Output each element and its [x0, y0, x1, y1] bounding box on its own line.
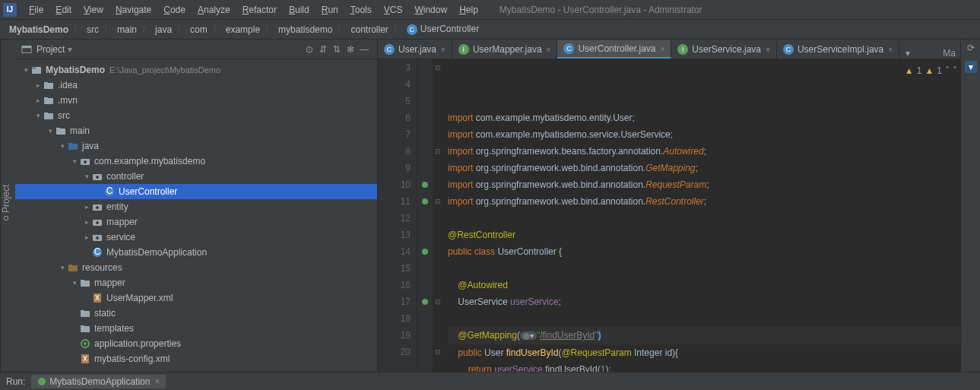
tree-arrow-icon[interactable]: ▾: [33, 112, 43, 119]
tree-item-entity[interactable]: ▸ entity: [15, 199, 377, 214]
menu-run[interactable]: Run: [316, 5, 344, 15]
menu-view[interactable]: View: [78, 5, 109, 15]
tree-item-usercontroller[interactable]: C UserController: [15, 184, 377, 199]
tree-item-src[interactable]: ▾ src: [15, 108, 377, 123]
code-line[interactable]: @Autowired: [448, 277, 960, 293]
tree-arrow-icon[interactable]: ▾: [58, 142, 67, 150]
tree-item-mybatisdemo[interactable]: ▾ MybatisDemo E:\Java_project\MybatisDem…: [15, 62, 377, 78]
settings-icon[interactable]: ✻: [344, 44, 357, 55]
breadcrumb-item[interactable]: example: [223, 24, 263, 35]
code-line[interactable]: public User findUserById(@RequestParam I…: [448, 344, 960, 361]
breadcrumb-item[interactable]: CUserController: [404, 24, 482, 35]
menu-vcs[interactable]: VCS: [378, 5, 409, 15]
menu-window[interactable]: Window: [408, 5, 453, 15]
run-config-tab[interactable]: MybatisDemoApplication ×: [31, 375, 166, 388]
tree-arrow-icon[interactable]: ▾: [46, 127, 55, 135]
tree-item-mybatis-config-xml[interactable]: x mybatis-config.xml: [15, 351, 377, 366]
expand-all-icon[interactable]: ⇵: [316, 44, 330, 55]
close-tab-icon[interactable]: ×: [547, 46, 551, 54]
menu-code[interactable]: Code: [157, 5, 192, 15]
code-line[interactable]: import com.example.mybatisdemo.entity.Us…: [448, 109, 960, 126]
breadcrumb-item[interactable]: MybatisDemo: [6, 24, 71, 35]
tree-item-static[interactable]: static: [15, 306, 377, 321]
code-line[interactable]: public class UserController {: [448, 243, 960, 260]
editor-tab-usermapper[interactable]: I UserMapper.java ×: [452, 40, 558, 59]
close-tab-icon[interactable]: ×: [888, 46, 893, 54]
collapse-all-icon[interactable]: ⇅: [330, 44, 344, 55]
tree-item--mvn[interactable]: ▸ .mvn: [15, 93, 377, 108]
tree-item-mybatisdemoapplication[interactable]: C MybatisDemoApplication: [15, 245, 377, 260]
editor-tab-userservice[interactable]: I UserService.java ×: [671, 40, 777, 59]
tree-arrow-icon[interactable]: ▸: [82, 233, 91, 241]
breadcrumb-item[interactable]: src: [84, 24, 102, 35]
tree-item--idea[interactable]: ▸ .idea: [15, 78, 377, 93]
tree-arrow-icon[interactable]: ▸: [82, 203, 91, 211]
breadcrumb-item[interactable]: com: [187, 24, 211, 35]
menu-build[interactable]: Build: [283, 5, 316, 15]
code-line[interactable]: @RestController: [448, 227, 960, 243]
tree-item-com-example-mybatisdemo[interactable]: ▾ com.example.mybatisdemo: [15, 154, 377, 169]
code-line[interactable]: import org.springframework.web.bind.anno…: [448, 193, 960, 210]
breadcrumb-item[interactable]: controller: [347, 24, 391, 35]
tree-arrow-icon[interactable]: ▾: [70, 157, 79, 165]
breadcrumb-item[interactable]: main: [114, 24, 140, 35]
tree-item-service[interactable]: ▸ service: [15, 230, 377, 245]
code-line[interactable]: [448, 310, 960, 327]
tree-arrow-icon[interactable]: ▸: [33, 81, 43, 89]
editor-body[interactable]: 34567891011121314151617181920 ⊟⊟⊟⊟⊟ ▲1 ▲…: [378, 59, 960, 372]
code-line[interactable]: UserService userService;: [448, 293, 960, 310]
editor-tab-userserviceimpl[interactable]: C UserServiceImpl.java ×: [777, 40, 899, 59]
menu-analyze[interactable]: Analyze: [192, 5, 236, 15]
code-line[interactable]: import com.example.mybatisdemo.service.U…: [448, 126, 960, 143]
tree-item-mapper[interactable]: ▾ mapper: [15, 275, 377, 290]
code-line[interactable]: [448, 210, 960, 227]
tree-item-main[interactable]: ▾ main: [15, 123, 377, 138]
project-tree[interactable]: ▾ MybatisDemo E:\Java_project\MybatisDem…: [15, 59, 377, 372]
close-tab-icon[interactable]: ×: [766, 46, 770, 54]
menu-tools[interactable]: Tools: [344, 5, 378, 15]
tab-overflow[interactable]: Ma: [938, 48, 960, 59]
select-opened-file-icon[interactable]: ⊙: [303, 44, 316, 55]
code-line[interactable]: @GetMapping(◎▾"/findUserById"): [448, 327, 960, 344]
refresh-icon[interactable]: ⟳: [965, 43, 977, 55]
tree-item-application-properties[interactable]: application.properties: [15, 336, 377, 351]
tree-arrow-icon[interactable]: ▾: [70, 279, 79, 287]
menu-navigate[interactable]: Navigate: [109, 5, 157, 15]
tree-arrow-icon[interactable]: ▸: [82, 218, 91, 226]
tree-arrow-icon[interactable]: ▾: [58, 264, 67, 271]
project-panel-title[interactable]: Project ▾: [36, 44, 303, 55]
tree-item-controller[interactable]: ▾ controller: [15, 169, 377, 184]
close-icon[interactable]: ×: [154, 376, 160, 387]
editor-tab-user[interactable]: C User.java ×: [378, 40, 452, 59]
menu-edit[interactable]: Edit: [49, 5, 78, 15]
dropdown-icon[interactable]: ▾: [965, 61, 977, 73]
code-line[interactable]: import org.springframework.web.bind.anno…: [448, 160, 960, 176]
code-line[interactable]: import org.springframework.beans.factory…: [448, 143, 960, 160]
prev-highlight-icon[interactable]: ˄: [945, 62, 950, 79]
tree-item-resources[interactable]: ▾ resources: [15, 260, 377, 275]
next-highlight-icon[interactable]: ˅: [953, 62, 957, 79]
inspection-widget[interactable]: ▲1 ▲1 ˄ ˅: [905, 62, 957, 79]
tree-arrow-icon[interactable]: ▾: [21, 66, 30, 74]
code-line[interactable]: [448, 260, 960, 277]
tool-window-stripe-left[interactable]: Project: [0, 40, 15, 372]
code-line[interactable]: return userService.findUserById(1);: [448, 361, 960, 372]
editor-tab-usercontroller[interactable]: C UserController.java ×: [557, 40, 671, 59]
fold-column[interactable]: ⊟⊟⊟⊟⊟: [433, 59, 443, 372]
tree-arrow-icon[interactable]: ▸: [33, 97, 43, 104]
menu-refactor[interactable]: Refactor: [236, 5, 283, 15]
tabs-dropdown-icon[interactable]: ▾: [899, 48, 916, 59]
breadcrumb-item[interactable]: java: [152, 24, 175, 35]
tree-item-usermapper-xml[interactable]: x UserMapper.xml: [15, 290, 377, 306]
tree-item-templates[interactable]: templates: [15, 321, 377, 336]
breadcrumb-item[interactable]: mybatisdemo: [275, 24, 335, 35]
tree-arrow-icon[interactable]: ▾: [82, 173, 91, 180]
close-tab-icon[interactable]: ×: [441, 46, 446, 54]
menu-file[interactable]: File: [23, 5, 49, 15]
close-tab-icon[interactable]: ×: [660, 45, 664, 53]
code-line[interactable]: import org.springframework.web.bind.anno…: [448, 176, 960, 193]
code-area[interactable]: ▲1 ▲1 ˄ ˅ import com.example.mybatisdemo…: [443, 59, 960, 372]
tree-item-java[interactable]: ▾ java: [15, 138, 377, 154]
menu-help[interactable]: Help: [453, 5, 484, 15]
hide-icon[interactable]: —: [357, 44, 371, 55]
